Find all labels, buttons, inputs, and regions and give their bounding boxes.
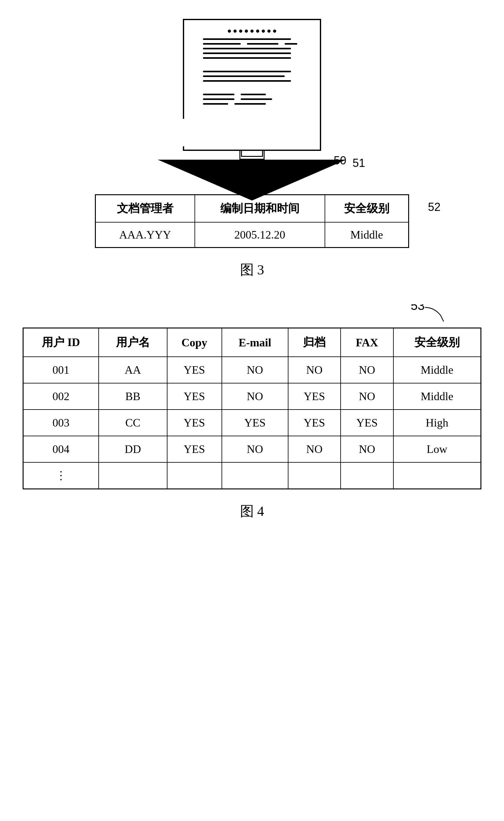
doc-dot [239,30,242,33]
table53-cell: Middle [393,383,481,409]
doc-line [203,52,291,54]
monitor-wrapper: 50 51 [183,19,321,200]
label53-wrapper: 53 [23,304,481,326]
table53-cell: YES [167,409,222,436]
table53-cell: Low [393,436,481,463]
table53-cell: High [393,409,481,436]
doc-lines-group-1 [197,38,307,59]
table53-cell [222,463,288,489]
table52-col-security: 安全级别 [325,195,409,222]
doc-dots [228,30,276,33]
doc-dot [228,30,231,33]
table53-cell: NO [222,357,288,383]
doc-dot [250,30,254,33]
doc-dot [245,30,248,33]
doc-dot [256,30,259,33]
table52-label: 52 [428,200,441,214]
table-row: 002BBYESNOYESNOMiddle [23,383,481,409]
table53-cell: BB [99,383,167,409]
table53-cell: CC [99,409,167,436]
doc-line [203,94,234,95]
table53-cell [341,463,393,489]
table-row: 004DDYESNONONOLow [23,436,481,463]
table53: 用户 ID 用户名 Copy E-mail 归档 FAX 安全级别 001AAY… [23,327,481,490]
doc-line [203,43,241,45]
table-row: 003CCYESYESYESYESHigh [23,409,481,436]
table53-cell: NO [288,436,341,463]
table-row: 001AAYESNONONOMiddle [23,357,481,383]
figure3-section: 50 51 52 文档管理者 [13,19,491,279]
table53-col-username: 用户名 [99,328,167,357]
doc-lines-group-2 [197,71,307,82]
table53-cell: 001 [23,357,99,383]
table53-cell [167,463,222,489]
table53-col-copy: Copy [167,328,222,357]
table53-cell [393,463,481,489]
monitor-stand-base-inner [67,119,249,157]
doc-line-pair [203,103,266,105]
stand-label-51: 51 [353,156,365,170]
table53-cell: Middle [393,357,481,383]
doc-line [203,71,291,72]
table53-cell: YES [288,409,341,436]
table53-cell: YES [341,409,393,436]
table53-cell: ⋮ [23,463,99,489]
table52-col-manager: 文档管理者 [96,195,195,222]
table52-data-row: AAA.YYY 2005.12.20 Middle [96,222,409,248]
doc-line [203,75,285,77]
doc-line [234,103,266,105]
figure4-section: 53 用户 ID 用户名 Copy E-mail 归档 FAX 安全级别 001… [13,304,491,521]
doc-line [285,43,297,45]
table52-cell-security: Middle [325,222,409,248]
doc-dot [267,30,271,33]
doc-line [241,98,272,100]
doc-line-pair [203,43,297,45]
figure4-caption: 图 4 [240,502,264,521]
doc-lines-group-3 [197,94,307,105]
table53-cell: YES [167,436,222,463]
table53-cell [99,463,167,489]
table53-col-security: 安全级别 [393,328,481,357]
table53-col-userid: 用户 ID [23,328,99,357]
table53-cell: NO [341,383,393,409]
table53-cell: YES [167,383,222,409]
table53-cell: NO [341,357,393,383]
table53-col-email: E-mail [222,328,288,357]
table53-cell: NO [341,436,393,463]
table53-cell: NO [222,436,288,463]
table52-wrapper: 52 文档管理者 编制日期和时间 安全级别 AAA.YYY 2005.12.20… [95,194,409,248]
table52-cell-manager: AAA.YYY [96,222,195,248]
figure3-caption: 图 3 [240,260,264,279]
doc-line [203,48,291,49]
table53-cell: DD [99,436,167,463]
table52-header-row: 文档管理者 编制日期和时间 安全级别 [96,195,409,222]
doc-dot [233,30,237,33]
doc-dot [262,30,265,33]
doc-line [203,103,228,105]
doc-line [203,57,291,59]
table52: 文档管理者 编制日期和时间 安全级别 AAA.YYY 2005.12.20 Mi… [95,194,409,248]
table53-cell: 003 [23,409,99,436]
table53-cell: YES [288,383,341,409]
table53-cell: 004 [23,436,99,463]
table53-col-archive: 归档 [288,328,341,357]
table53-col-fax: FAX [341,328,393,357]
doc-line [203,80,291,82]
table53-cell: NO [288,357,341,383]
table53-cell: YES [167,357,222,383]
label53-arrow: 53 [362,304,456,326]
table53-cell: NO [222,383,288,409]
doc-line [203,98,234,100]
doc-dot [273,30,276,33]
table52-cell-date: 2005.12.20 [195,222,325,248]
table53-header-row: 用户 ID 用户名 Copy E-mail 归档 FAX 安全级别 [23,328,481,357]
doc-line [203,38,291,40]
table53-cell: YES [222,409,288,436]
doc-line-pair [203,98,272,100]
table53-cell [288,463,341,489]
table53-cell: AA [99,357,167,383]
table-row: ⋮ [23,463,481,489]
label53-text: 53 [411,304,425,312]
doc-line [247,43,278,45]
doc-line-pair [203,94,266,95]
